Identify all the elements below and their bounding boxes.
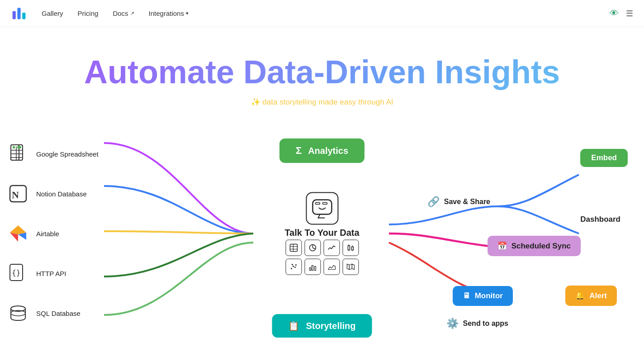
svg-rect-21 — [313, 200, 331, 215]
send-to-apps-group: ⚙️ Send to apps — [446, 318, 508, 329]
chart-icon-map — [342, 259, 359, 275]
embed-pill[interactable]: Embed — [580, 149, 628, 167]
calendar-check-icon: 📅 — [497, 241, 507, 251]
analytics-pill[interactable]: Σ Analytics — [279, 138, 365, 163]
alert-label: Alert — [589, 291, 607, 300]
monitor-label: Monitor — [475, 291, 503, 300]
embed-label: Embed — [591, 153, 617, 162]
svg-rect-11 — [17, 146, 21, 148]
hero-title: Automate Data-Driven Insights — [9, 54, 635, 90]
storytelling-pill[interactable]: 📋 Storytelling — [272, 314, 372, 338]
svg-text:N: N — [12, 189, 19, 200]
svg-rect-10 — [13, 151, 15, 153]
nav-integrations[interactable]: Integrations — [149, 10, 189, 17]
source-sql: SQL Database — [7, 302, 99, 324]
source-airtable-label: Airtable — [36, 230, 59, 238]
save-share-group: 🔗 Save & Share — [427, 196, 490, 208]
notion-icon: N — [7, 183, 29, 205]
chat-bot-icon — [306, 192, 338, 225]
dashboard-text: Dashboard — [580, 215, 620, 224]
svg-marker-14 — [10, 225, 26, 234]
navbar: Gallery Pricing Docs Integrations 👁 ☰ — [0, 0, 644, 27]
svg-rect-29 — [348, 246, 350, 250]
nav-links: Gallery Pricing Docs Integrations — [42, 10, 189, 17]
storytelling-icon: 📋 — [288, 320, 299, 331]
nav-logo[interactable] — [11, 5, 42, 23]
svg-point-37 — [294, 267, 296, 268]
svg-marker-44 — [349, 264, 352, 270]
svg-rect-24 — [290, 244, 297, 252]
chart-icon-candlestick — [342, 240, 359, 256]
theme-toggle-icon[interactable]: 👁 — [610, 8, 619, 19]
chart-icon-scatter — [285, 259, 302, 275]
svg-point-39 — [295, 264, 297, 266]
source-http-api-label: HTTP API — [36, 270, 66, 277]
svg-marker-43 — [347, 264, 349, 270]
send-to-apps-label: Send to apps — [463, 319, 508, 328]
svg-point-35 — [291, 268, 292, 269]
scheduled-sync-label: Scheduled Sync — [511, 242, 571, 251]
chart-icon-bar — [304, 259, 321, 275]
svg-rect-0 — [13, 11, 16, 19]
source-http-api: {} HTTP API — [7, 262, 99, 284]
nav-pricing[interactable]: Pricing — [78, 10, 99, 17]
sparkle-icon: ✨ — [251, 98, 260, 106]
svg-rect-9 — [13, 146, 15, 148]
svg-rect-42 — [314, 267, 316, 271]
center-title: Talk To Your Data — [284, 228, 359, 238]
chart-icon-area — [323, 259, 340, 275]
alert-pill[interactable]: 🔔 Alert — [565, 286, 617, 306]
center-diagram: Talk To Your Data — [284, 192, 359, 275]
source-airtable: Airtable — [7, 223, 99, 244]
hamburger-menu-icon[interactable]: ☰ — [626, 9, 633, 19]
chart-icon-table — [285, 240, 302, 256]
monitor-icon: 🖥 — [463, 291, 470, 300]
svg-rect-41 — [312, 266, 313, 271]
svg-rect-32 — [351, 247, 353, 250]
source-google-spreadsheet: Google Spreadsheet — [7, 143, 99, 165]
storytelling-label: Storytelling — [306, 321, 355, 331]
hero-section: Automate Data-Driven Insights ✨ data sto… — [0, 27, 644, 116]
analytics-label: Analytics — [308, 146, 348, 156]
monitor-pill[interactable]: 🖥 Monitor — [453, 286, 513, 306]
svg-marker-45 — [352, 264, 354, 270]
http-api-icon: {} — [7, 262, 29, 284]
nav-right: 👁 ☰ — [610, 8, 633, 19]
bell-icon: 🔔 — [575, 291, 585, 300]
source-google-spreadsheet-label: Google Spreadsheet — [36, 150, 99, 158]
source-notion-label: Notion Database — [36, 190, 87, 198]
analytics-icon: Σ — [296, 145, 302, 157]
source-sql-label: SQL Database — [36, 310, 80, 317]
apps-icon: ⚙️ — [446, 318, 459, 329]
chart-icons-grid — [285, 240, 359, 275]
chart-icon-line — [323, 240, 340, 256]
svg-rect-2 — [22, 13, 25, 19]
diagram-section: Google Spreadsheet N Notion Database — [0, 116, 644, 348]
google-spreadsheet-icon — [7, 143, 29, 165]
svg-rect-40 — [309, 268, 311, 271]
source-notion: N Notion Database — [7, 183, 99, 205]
link-icon: 🔗 — [427, 196, 440, 208]
hero-subtitle: ✨ data storytelling made easy through AI — [9, 97, 635, 107]
svg-text:{}: {} — [12, 268, 20, 277]
save-share-label: Save & Share — [444, 198, 490, 206]
svg-rect-1 — [17, 8, 20, 19]
chart-icon-pie — [304, 240, 321, 256]
svg-point-36 — [293, 266, 294, 267]
dashboard-label: Dashboard — [580, 215, 620, 224]
nav-docs[interactable]: Docs — [113, 10, 134, 17]
svg-point-38 — [292, 264, 293, 265]
airtable-icon — [7, 223, 29, 244]
sql-database-icon — [7, 302, 29, 324]
sources-list: Google Spreadsheet N Notion Database — [0, 143, 99, 324]
hero-subtitle-text: data storytelling made easy through AI — [260, 98, 393, 106]
nav-gallery[interactable]: Gallery — [42, 10, 63, 17]
scheduled-sync-pill[interactable]: 📅 Scheduled Sync — [488, 236, 581, 256]
